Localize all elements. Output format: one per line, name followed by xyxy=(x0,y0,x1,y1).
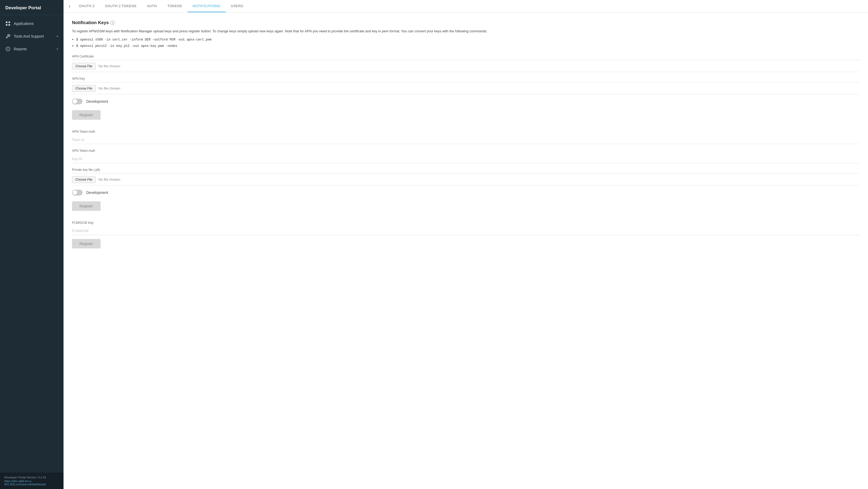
sidebar-item-reports-label: Reports xyxy=(14,47,54,51)
app-title: Developer Portal xyxy=(0,0,63,15)
apn-certificate-file-row: Choose File No file chosen xyxy=(72,60,860,72)
command-2: $ openssl pkcs12 -in key.p12 -out apns-k… xyxy=(76,42,860,49)
back-button[interactable]: ‹ xyxy=(68,1,73,11)
sidebar-item-tools[interactable]: Tools And Support ▾ xyxy=(0,30,63,42)
development-toggle-1[interactable] xyxy=(72,98,83,104)
development-label-2: Development xyxy=(86,191,108,195)
register-button-1[interactable]: Register xyxy=(72,110,100,120)
development-toggle-row-2: Development xyxy=(72,185,860,198)
tab-auth[interactable]: AUTH xyxy=(142,0,162,12)
content-area: Notification Keys i To register APN/GSM … xyxy=(63,13,868,489)
private-key-no-file: No file chosen xyxy=(98,177,120,181)
toggle-knob-1 xyxy=(72,99,77,104)
version-text: Developer Portal Version: 0.2.41 xyxy=(4,476,59,479)
fcm-gcm-key-input[interactable] xyxy=(72,226,860,235)
private-key-choose-btn[interactable]: Choose File xyxy=(72,176,96,183)
command-1: $ openssl x509 -in cert.cer -inform DER … xyxy=(76,36,860,43)
register-button-2[interactable]: Register xyxy=(72,201,100,211)
page-title: Notification Keys xyxy=(72,20,109,25)
apn-key-file-row: Choose File No file chosen xyxy=(72,82,860,94)
tab-users[interactable]: USERS xyxy=(226,0,249,12)
apn-key-choose-btn[interactable]: Choose File xyxy=(72,85,96,92)
svg-rect-1 xyxy=(8,22,10,23)
fcm-gcm-key-group: FCM/GCM Key xyxy=(72,221,860,235)
apn-certificate-no-file: No file chosen xyxy=(98,64,120,68)
sidebar: Developer Portal Applications Tools And … xyxy=(0,0,63,489)
tab-tokens[interactable]: TOKENS xyxy=(162,0,187,12)
private-key-file-row: Choose File No file chosen xyxy=(72,173,860,185)
url-text: https://dev-dplb-ho-a-001.555.comcast.ne… xyxy=(4,480,59,486)
apn-key-no-file: No file chosen xyxy=(98,86,120,90)
development-toggle-row-1: Development xyxy=(72,94,860,107)
sidebar-item-applications[interactable]: Applications xyxy=(0,17,63,30)
apn-certificate-group: APN Certificate Choose File No file chos… xyxy=(72,55,860,72)
wrench-icon xyxy=(5,34,10,39)
chevron-down-icon-reports: ▾ xyxy=(57,48,58,51)
tab-oauth2-tokens[interactable]: OAUTH 2 TOKENS xyxy=(100,0,142,12)
private-key-group: Private key file (.p8) Choose File No fi… xyxy=(72,168,860,185)
page-title-row: Notification Keys i xyxy=(72,20,860,25)
apn-token-auth-team-group: APN Token Auth xyxy=(72,130,860,144)
apn-key-label: APN Key xyxy=(72,77,860,81)
fcm-gcm-key-label: FCM/GCM Key xyxy=(72,221,860,225)
apn-key-group: APN Key Choose File No file chosen xyxy=(72,77,860,94)
sidebar-item-reports[interactable]: Reports ▾ xyxy=(0,42,63,55)
sidebar-item-tools-label: Tools And Support xyxy=(14,34,54,38)
apn-certificate-choose-btn[interactable]: Choose File xyxy=(72,63,96,70)
apn-token-auth-team-input[interactable] xyxy=(72,135,860,144)
svg-rect-3 xyxy=(8,24,10,26)
tab-notifications[interactable]: NOTIFICATIONS xyxy=(187,0,226,12)
apn-token-auth-key-group: APN Token Auth xyxy=(72,149,860,163)
chevron-down-icon: ▾ xyxy=(57,35,58,38)
apn-token-auth-team-label: APN Token Auth xyxy=(72,130,860,134)
development-label-1: Development xyxy=(86,99,108,104)
development-toggle-2[interactable] xyxy=(72,190,83,196)
commands-list: $ openssl x509 -in cert.cer -inform DER … xyxy=(76,36,860,49)
main-content: ‹ OAUTH 2 OAUTH 2 TOKENS AUTH TOKENS NOT… xyxy=(63,0,868,489)
apn-certificate-label: APN Certificate xyxy=(72,55,860,58)
description-text: To register APN/GSM keys with Notificati… xyxy=(72,29,860,34)
register-button-3[interactable]: Register xyxy=(72,239,100,249)
grid-icon xyxy=(5,21,10,26)
apn-token-auth-key-input[interactable] xyxy=(72,154,860,163)
tab-oauth2[interactable]: OAUTH 2 xyxy=(73,0,100,12)
sidebar-item-applications-label: Applications xyxy=(14,22,58,26)
divider-2 xyxy=(72,72,860,72)
svg-rect-2 xyxy=(6,24,7,26)
private-key-label: Private key file (.p8) xyxy=(72,168,860,172)
apn-token-auth-key-label: APN Token Auth xyxy=(72,149,860,152)
sidebar-footer: Developer Portal Version: 0.2.41 https:/… xyxy=(0,472,63,489)
sidebar-nav: Applications Tools And Support ▾ Reports… xyxy=(0,15,63,472)
info-icon: i xyxy=(110,21,115,25)
info-circle-icon xyxy=(5,46,10,52)
svg-rect-0 xyxy=(6,22,7,23)
toggle-knob-2 xyxy=(72,190,77,195)
tabs-bar: ‹ OAUTH 2 OAUTH 2 TOKENS AUTH TOKENS NOT… xyxy=(63,0,868,13)
